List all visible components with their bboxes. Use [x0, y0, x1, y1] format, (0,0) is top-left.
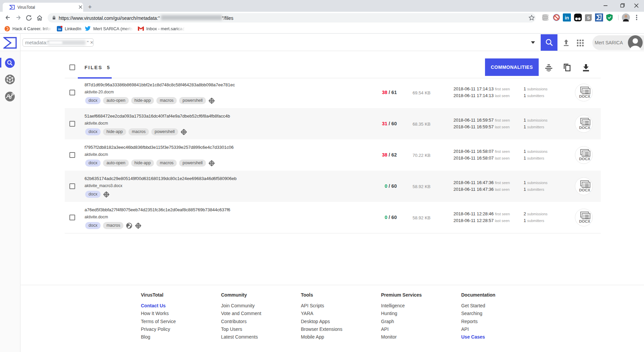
svg-text:DOCX: DOCX [579, 157, 590, 161]
svg-text:in: in [58, 27, 61, 31]
svg-text:DOCX: DOCX [579, 94, 590, 98]
svg-text:DOCX: DOCX [579, 188, 590, 192]
svg-text:DOCX: DOCX [579, 126, 590, 130]
svg-text:in: in [565, 15, 569, 20]
svg-text:S: S [587, 15, 590, 20]
svg-text:DOCX: DOCX [579, 219, 590, 223]
